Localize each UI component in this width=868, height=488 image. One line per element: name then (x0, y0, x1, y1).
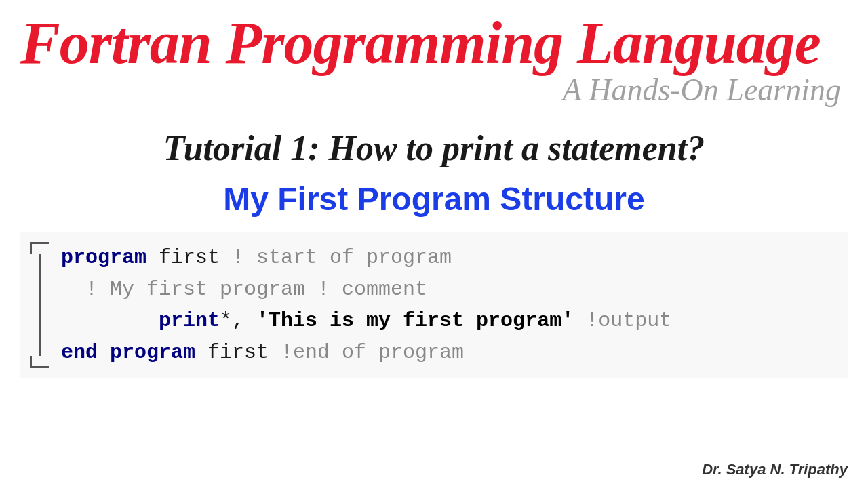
code-line-2: ! My first program ! comment (61, 274, 834, 306)
keyword-end-program: end program (61, 341, 195, 364)
comment-2: ! My first program ! comment (61, 278, 427, 301)
string-literal: 'This is my first program' (256, 309, 574, 332)
comment-3: !output (574, 309, 671, 332)
author: Dr. Satya N. Tripathy (702, 461, 848, 479)
main-title: Fortran Programming Language (0, 0, 868, 75)
tutorial-title: Tutorial 1: How to print a statement? (0, 128, 868, 168)
code-line-1: program first ! start of program (61, 242, 834, 274)
code-block: program first ! start of program ! My fi… (20, 232, 848, 378)
print-rest: *, (220, 309, 256, 332)
ident-first-2: first (195, 341, 281, 364)
ident-first-1: first (146, 246, 232, 269)
section-title: My First Program Structure (0, 180, 868, 218)
subtitle: A Hands-On Learning (0, 72, 868, 108)
comment-4: !end of program (281, 341, 464, 364)
code-line-3: print*, 'This is my first program' !outp… (61, 305, 834, 337)
keyword-print: print (61, 309, 220, 332)
comment-1: ! start of program (232, 246, 452, 269)
keyword-program: program (61, 246, 146, 269)
code-line-4: end program first !end of program (61, 337, 834, 369)
